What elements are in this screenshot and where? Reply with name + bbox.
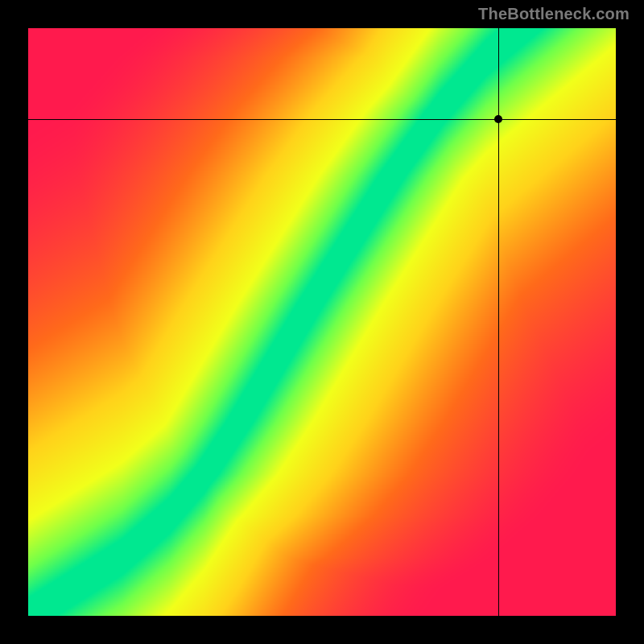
- chart-container: TheBottleneck.com: [0, 0, 644, 644]
- crosshair-horizontal: [28, 119, 616, 120]
- crosshair-marker: [494, 115, 502, 123]
- watermark-text: TheBottleneck.com: [478, 5, 630, 23]
- heatmap-canvas: [28, 28, 616, 616]
- heatmap-plot: [28, 28, 616, 616]
